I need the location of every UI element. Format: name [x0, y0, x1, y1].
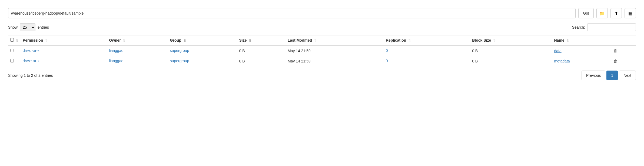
page-1-button[interactable]: 1 [606, 71, 618, 80]
search-row: Search: [572, 23, 636, 31]
select-all-header: ⇅ [8, 35, 21, 46]
entries-select[interactable]: 10 25 50 100 [20, 23, 35, 31]
permission-link-0[interactable]: drwxr-xr-x [23, 48, 39, 53]
path-row: Go! 📁 ⬆ ▦ [8, 5, 636, 18]
th-permission-label: Permission [23, 38, 43, 42]
row-size-1: 0 B [237, 56, 285, 66]
th-owner[interactable]: Owner ⇅ [107, 35, 168, 46]
th-size[interactable]: Size ⇅ [237, 35, 285, 46]
pagination: Previous 1 Next [582, 71, 636, 80]
row-replication-0: 0 [384, 45, 470, 56]
row-group-0: supergroup [168, 45, 237, 56]
sort-icon-owner: ⇅ [123, 39, 125, 42]
replication-link-0[interactable]: 0 [386, 48, 388, 53]
row-permission-1: drwxr-xr-x [21, 56, 107, 66]
sort-icon-name: ⇅ [566, 39, 569, 42]
table-view-button[interactable]: ▦ [625, 8, 636, 18]
search-label: Search: [572, 25, 585, 29]
next-button[interactable]: Next [619, 71, 636, 80]
th-group-label: Group [170, 38, 181, 42]
row-permission-0: drwxr-xr-x [21, 45, 107, 56]
row-group-1: supergroup [168, 56, 237, 66]
th-actions [611, 35, 636, 46]
th-last-modified-label: Last Modified [288, 38, 312, 42]
th-last-modified[interactable]: Last Modified ⇅ [286, 35, 384, 46]
sort-icon-size: ⇅ [249, 39, 251, 42]
footer-row: Showing 1 to 2 of 2 entries Previous 1 N… [8, 71, 636, 80]
upload-button[interactable]: ⬆ [610, 8, 622, 18]
row-delete-1: 🗑 [611, 56, 636, 66]
files-table: ⇅ Permission ⇅ Owner ⇅ Group ⇅ Size ⇅ La… [8, 35, 636, 66]
delete-icon-0[interactable]: 🗑 [613, 48, 618, 53]
name-link-0[interactable]: data [554, 49, 561, 53]
go-button[interactable]: Go! [578, 8, 594, 18]
row-owner-0: lianggao [107, 45, 168, 56]
show-label: Show [8, 25, 18, 29]
owner-link-0[interactable]: lianggao [109, 48, 123, 53]
row-checkbox-cell [8, 45, 21, 56]
row-last-modified-1: May 14 21:59 [286, 56, 384, 66]
row-owner-1: lianggao [107, 56, 168, 66]
group-link-1[interactable]: supergroup [170, 59, 189, 63]
entries-label: entries [38, 25, 49, 29]
th-replication[interactable]: Replication ⇅ [384, 35, 470, 46]
owner-link-1[interactable]: lianggao [109, 59, 123, 63]
name-link-1[interactable]: metadata [554, 59, 570, 63]
row-delete-0: 🗑 [611, 45, 636, 56]
upload-icon: ⬆ [615, 11, 618, 16]
sort-icon-permission: ⇅ [45, 39, 48, 42]
th-group[interactable]: Group ⇅ [168, 35, 237, 46]
row-name-0: data [552, 45, 611, 56]
sort-icon-replication: ⇅ [408, 39, 411, 42]
sort-icon-block-size: ⇅ [493, 39, 496, 42]
path-input[interactable] [8, 8, 576, 18]
sort-icon-group: ⇅ [184, 39, 186, 42]
th-size-label: Size [239, 38, 247, 42]
row-replication-1: 0 [384, 56, 470, 66]
th-name[interactable]: Name ⇅ [552, 35, 611, 46]
group-link-0[interactable]: supergroup [170, 48, 189, 53]
show-entries-control: Show 10 25 50 100 entries [8, 23, 49, 31]
th-permission[interactable]: Permission ⇅ [21, 35, 107, 46]
row-block-size-0: 0 B [470, 45, 552, 56]
sort-icon-checkbox: ⇅ [16, 39, 18, 42]
table-icon: ▦ [628, 11, 632, 16]
folder-button[interactable]: 📁 [596, 8, 608, 18]
th-name-label: Name [554, 38, 564, 42]
th-owner-label: Owner [109, 38, 121, 42]
row-last-modified-0: May 14 21:59 [286, 45, 384, 56]
row-block-size-1: 0 B [470, 56, 552, 66]
permission-link-1[interactable]: drwxr-xr-x [23, 59, 39, 63]
table-header-row: ⇅ Permission ⇅ Owner ⇅ Group ⇅ Size ⇅ La… [8, 35, 636, 46]
folder-icon: 📁 [599, 11, 605, 16]
select-all-checkbox[interactable] [10, 38, 14, 42]
table-row: drwxr-xr-x lianggao supergroup 0 B May 1… [8, 45, 636, 56]
showing-text: Showing 1 to 2 of 2 entries [8, 73, 53, 78]
row-checkbox-0[interactable] [10, 49, 14, 52]
sort-icon-last-modified: ⇅ [314, 39, 317, 42]
previous-button[interactable]: Previous [582, 71, 605, 80]
row-name-1: metadata [552, 56, 611, 66]
controls-row: Show 10 25 50 100 entries Search: [8, 23, 636, 31]
search-input[interactable] [587, 23, 636, 31]
th-block-size-label: Block Size [472, 38, 491, 42]
th-block-size[interactable]: Block Size ⇅ [470, 35, 552, 46]
row-size-0: 0 B [237, 45, 285, 56]
row-checkbox-1[interactable] [10, 59, 14, 62]
th-replication-label: Replication [386, 38, 406, 42]
replication-link-1[interactable]: 0 [386, 59, 388, 63]
table-row: drwxr-xr-x lianggao supergroup 0 B May 1… [8, 56, 636, 66]
delete-icon-1[interactable]: 🗑 [613, 59, 618, 63]
row-checkbox-cell [8, 56, 21, 66]
